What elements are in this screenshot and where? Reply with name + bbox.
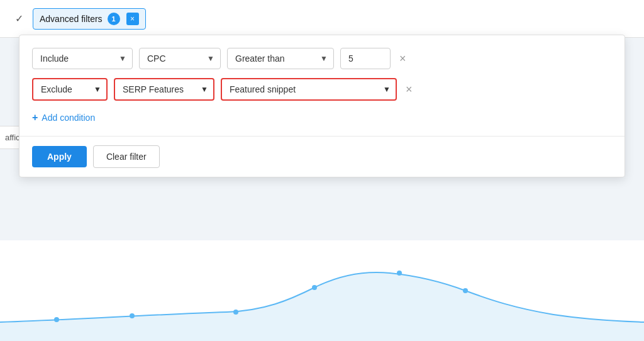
svg-point-2 [130, 313, 135, 318]
svg-point-5 [397, 271, 402, 276]
condition-wrapper: Greater than Less than Equals ▼ [227, 48, 334, 69]
svg-point-1 [54, 317, 59, 322]
advanced-filters-button[interactable]: Advanced filters 1 × [33, 8, 146, 30]
advanced-filters-label: Advanced filters [40, 14, 103, 24]
filter-count-badge: 1 [108, 13, 120, 25]
close-filters-button[interactable]: × [126, 13, 139, 25]
cpc-select[interactable]: CPC Clicks Impressions CTR [139, 48, 221, 69]
svg-point-4 [312, 285, 317, 290]
exclude-select[interactable]: Exclude Include [32, 78, 108, 101]
featured-snippet-select[interactable]: Featured snippet Local pack Image pack S… [221, 78, 397, 101]
filter-panel: Include Exclude ▼ CPC Clicks Impressions… [19, 35, 625, 177]
checkmark-icon: ✓ [10, 10, 28, 28]
svg-point-3 [233, 310, 238, 315]
filter-panel-body: Include Exclude ▼ CPC Clicks Impressions… [19, 35, 625, 136]
featured-wrapper: Featured snippet Local pack Image pack S… [221, 78, 397, 101]
remove-row-2-button[interactable]: × [403, 81, 415, 98]
value-input[interactable] [340, 48, 391, 69]
plus-icon: + [32, 112, 38, 123]
filter-panel-footer: Apply Clear filter [19, 136, 625, 177]
clear-filter-button[interactable]: Clear filter [93, 145, 160, 168]
filter-row-2: Exclude Include ▼ SERP Features CPC Clic… [32, 78, 612, 101]
apply-button[interactable]: Apply [32, 146, 87, 167]
svg-point-6 [463, 288, 468, 293]
condition-select[interactable]: Greater than Less than Equals [227, 48, 334, 69]
cpc-wrapper: CPC Clicks Impressions CTR ▼ [139, 48, 221, 69]
include-wrapper-1: Include Exclude ▼ [32, 48, 133, 69]
add-condition-button[interactable]: + Add condition [32, 109, 95, 126]
add-condition-label: Add condition [42, 113, 95, 123]
top-bar: ✓ Advanced filters 1 × [0, 0, 644, 38]
serp-wrapper: SERP Features CPC Clicks ▼ [114, 78, 214, 101]
serp-features-select[interactable]: SERP Features CPC Clicks [114, 78, 214, 101]
remove-row-1-button[interactable]: × [397, 50, 409, 67]
filter-row-1: Include Exclude ▼ CPC Clicks Impressions… [32, 48, 612, 69]
exclude-wrapper: Exclude Include ▼ [32, 78, 108, 101]
chart-area [0, 240, 644, 341]
include-select-1[interactable]: Include Exclude [32, 48, 133, 69]
